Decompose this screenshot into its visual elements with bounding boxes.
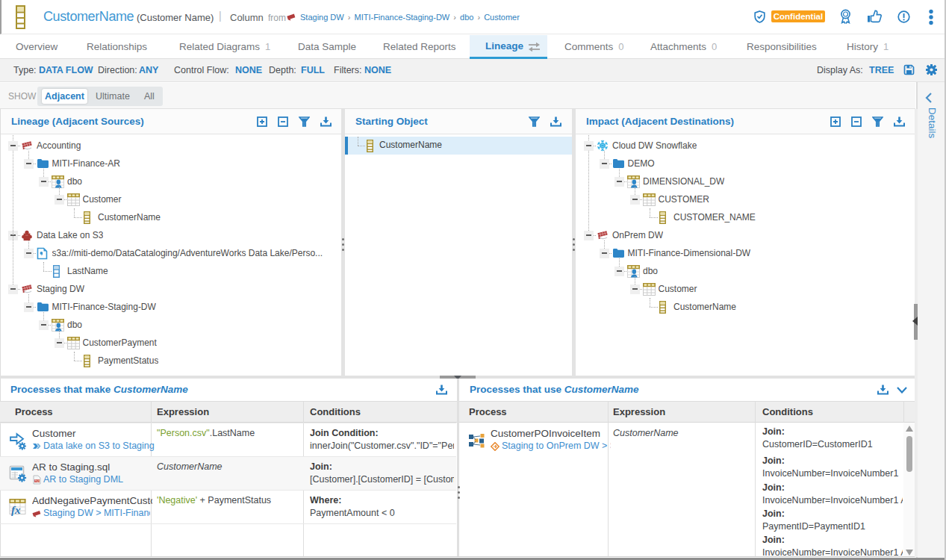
svg-text:fx: fx — [11, 504, 21, 516]
svg-text:SQL: SQL — [35, 479, 40, 482]
